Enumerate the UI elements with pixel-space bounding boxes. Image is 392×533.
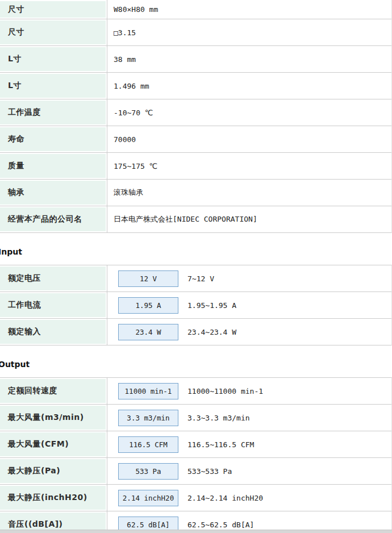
table-row: 质量175~175 ℃	[0, 153, 391, 180]
value-range-text: 2.14~2.14 inchH20	[187, 494, 263, 502]
spec-value-text: -10~70 ℃	[114, 109, 153, 117]
table-row: L寸38 mm	[0, 46, 391, 73]
selected-value-field[interactable]: 23.4 W	[118, 324, 178, 340]
table-row: 额定输入23.4 W23.4~23.4 W	[0, 319, 391, 345]
horizontal-scrollbar[interactable]	[0, 530, 392, 533]
table-row: 寿命70000	[0, 126, 391, 153]
spec-label: L寸	[0, 46, 107, 72]
selected-value-field[interactable]: 2.14 inchH20	[118, 490, 178, 506]
spec-value-cell: 533 Pa533~533 Pa	[107, 458, 391, 484]
spec-value-cell: 滚珠轴承	[107, 180, 391, 206]
spec-value-text: 175~175 ℃	[114, 162, 157, 170]
spec-label: L寸	[0, 73, 107, 99]
spec-label: 工作温度	[0, 99, 107, 126]
spec-label: 最大风量(m3/min)	[0, 405, 107, 431]
spec-value-cell: W80×H80 mm	[107, 0, 391, 19]
table-row: 尺寸□3.15	[0, 19, 391, 46]
value-range-text: 3.3~3.3 m3/min	[187, 414, 250, 422]
spec-label: 额定输入	[0, 319, 107, 345]
spec-label: 最大静压(Pa)	[0, 458, 107, 484]
table-row: 最大静压(inchH20)2.14 inchH202.14~2.14 inchH…	[0, 485, 391, 511]
spec-value-cell: 11000 min-111000~11000 min-1	[107, 378, 391, 404]
spec-value-cell: 116.5 CFM116.5~116.5 CFM	[107, 431, 391, 457]
table-row: 额定电压12 V7~12 V	[0, 265, 391, 292]
spec-value-cell: 1.95 A1.95~1.95 A	[107, 292, 391, 318]
spec-table-input: 额定电压12 V7~12 V工作电流1.95 A1.95~1.95 A额定输入2…	[0, 265, 392, 345]
spec-value-cell: 12 V7~12 V	[107, 265, 391, 292]
selected-value-field[interactable]: 11000 min-1	[118, 383, 178, 399]
table-row: 经营本产品的公司名日本电产株式会社[NIDEC CORPORATION]	[0, 206, 391, 233]
table-row: 工作电流1.95 A1.95~1.95 A	[0, 292, 391, 319]
spec-value-cell: □3.15	[107, 19, 391, 45]
section-header-input: Input	[0, 248, 392, 256]
spec-label: 最大静压(inchH20)	[0, 485, 107, 511]
spec-label: 尺寸	[0, 19, 107, 45]
spec-value-text: 1.496 mm	[114, 82, 149, 90]
selected-value-field[interactable]: 1.95 A	[118, 297, 178, 314]
value-range-text: 7~12 V	[187, 274, 214, 283]
spec-value-cell: 日本电产株式会社[NIDEC CORPORATION]	[107, 206, 391, 232]
table-row: 工作温度-10~70 ℃	[0, 99, 391, 126]
table-row: 尺寸W80×H80 mm	[0, 0, 391, 19]
selected-value-field[interactable]: 12 V	[118, 270, 178, 287]
spec-sheet: 尺寸W80×H80 mm尺寸□3.15L寸38 mmL寸1.496 mm工作温度…	[0, 0, 392, 533]
selected-value-field[interactable]: 533 Pa	[118, 463, 178, 480]
selected-value-field[interactable]: 3.3 m3/min	[118, 410, 178, 426]
spec-value-cell: -10~70 ℃	[107, 99, 391, 126]
spec-label: 定额回转速度	[0, 378, 107, 404]
spec-label: 尺寸	[0, 0, 107, 19]
spec-table-output: 定额回转速度11000 min-111000~11000 min-1最大风量(m…	[0, 377, 392, 533]
spec-value-cell: 38 mm	[107, 46, 391, 72]
spec-value-cell: 2.14 inchH202.14~2.14 inchH20	[107, 485, 391, 511]
spec-label: 寿命	[0, 126, 107, 152]
spec-value-cell: 70000	[107, 126, 391, 152]
spec-value-text: 38 mm	[114, 55, 136, 64]
section-header-output: Output	[0, 360, 392, 369]
value-range-text: 1.95~1.95 A	[187, 301, 236, 310]
spec-value-text: 70000	[114, 135, 136, 144]
value-range-text: 116.5~116.5 CFM	[187, 440, 254, 449]
table-row: 最大风量(CFM)116.5 CFM116.5~116.5 CFM	[0, 431, 391, 458]
spec-label: 额定电压	[0, 265, 107, 292]
table-row: 定额回转速度11000 min-111000~11000 min-1	[0, 378, 391, 405]
selected-value-field[interactable]: 116.5 CFM	[118, 436, 178, 453]
spec-value-cell: 1.496 mm	[107, 73, 391, 99]
table-row: 最大静压(Pa)533 Pa533~533 Pa	[0, 458, 391, 485]
spec-value-text: 日本电产株式会社[NIDEC CORPORATION]	[114, 214, 257, 224]
spec-value-cell: 175~175 ℃	[107, 153, 391, 179]
spec-value-cell: 3.3 m3/min3.3~3.3 m3/min	[107, 405, 391, 431]
spec-label: 轴承	[0, 180, 107, 206]
value-range-text: 533~533 Pa	[187, 467, 232, 476]
spec-value-cell: 23.4 W23.4~23.4 W	[107, 319, 391, 345]
spec-label: 质量	[0, 153, 107, 179]
value-range-text: 62.5~62.5 dB[A]	[187, 520, 254, 529]
spec-value-text: □3.15	[114, 28, 136, 37]
spec-label: 工作电流	[0, 292, 107, 318]
spec-label: 经营本产品的公司名	[0, 206, 107, 232]
spec-table-specs: 尺寸W80×H80 mm尺寸□3.15L寸38 mmL寸1.496 mm工作温度…	[0, 0, 392, 233]
table-row: 最大风量(m3/min)3.3 m3/min3.3~3.3 m3/min	[0, 405, 391, 431]
table-row: 轴承滚珠轴承	[0, 180, 391, 206]
spec-value-text: 滚珠轴承	[114, 188, 143, 198]
spec-value-text: W80×H80 mm	[114, 5, 158, 14]
value-range-text: 23.4~23.4 W	[187, 328, 236, 336]
table-row: L寸1.496 mm	[0, 73, 391, 99]
spec-label: 最大风量(CFM)	[0, 431, 107, 457]
value-range-text: 11000~11000 min-1	[187, 387, 263, 395]
